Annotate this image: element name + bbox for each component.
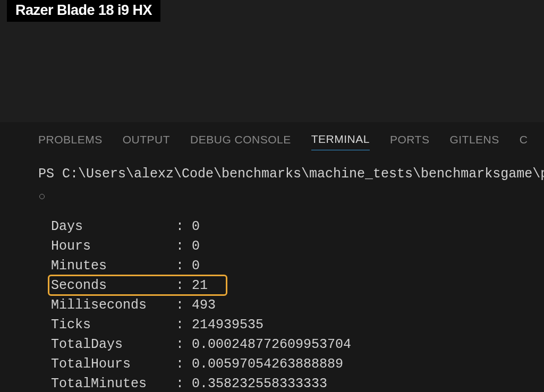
result-value: 0: [192, 256, 200, 276]
result-colon: :: [176, 217, 192, 236]
result-row-hours: Hours : 0: [51, 236, 544, 256]
result-label: Hours: [51, 236, 176, 256]
result-row-totalhours: TotalHours : 0.00597054263888889: [51, 354, 544, 374]
tab-problems[interactable]: PROBLEMS: [38, 133, 103, 150]
result-label: TotalMinutes: [51, 374, 176, 392]
spinner-icon: [38, 186, 544, 205]
result-value: 0: [192, 217, 200, 236]
result-colon: :: [176, 354, 192, 374]
result-colon: :: [176, 276, 192, 295]
tab-output[interactable]: OUTPUT: [123, 133, 170, 150]
result-row-totaldays: TotalDays : 0.000248772609953704: [51, 335, 544, 354]
left-gutter: [0, 122, 27, 392]
result-label: TotalDays: [51, 335, 176, 354]
result-label: Seconds: [51, 276, 176, 295]
result-row-minutes: Minutes : 0: [51, 256, 544, 276]
result-row-milliseconds: Milliseconds : 493: [51, 295, 544, 315]
result-list: Days : 0 Hours : 0 Minutes : 0 Seconds :…: [38, 217, 544, 392]
result-row-totalminutes: TotalMinutes : 0.358232558333333: [51, 374, 544, 392]
result-label: TotalHours: [51, 354, 176, 374]
result-colon: :: [176, 256, 192, 276]
tab-extra[interactable]: C: [520, 133, 528, 150]
result-row-ticks: Ticks : 214939535: [51, 315, 544, 335]
result-value: 0.000248772609953704: [192, 335, 351, 354]
result-row-seconds: Seconds : 21: [51, 276, 544, 295]
result-value: 0.358232558333333: [192, 374, 327, 392]
result-value: 0: [192, 236, 200, 256]
tab-terminal[interactable]: TERMINAL: [311, 133, 370, 150]
result-value: 0.00597054263888889: [192, 354, 343, 374]
result-colon: :: [176, 335, 192, 354]
result-label: Milliseconds: [51, 295, 176, 315]
overlay-title: Razer Blade 18 i9 HX: [7, 0, 160, 22]
result-colon: :: [176, 374, 192, 392]
panel-tabs: PROBLEMS OUTPUT DEBUG CONSOLE TERMINAL P…: [27, 122, 544, 156]
result-label: Ticks: [51, 315, 176, 335]
result-value: 214939535: [192, 315, 264, 335]
result-colon: :: [176, 236, 192, 256]
result-value: 21: [192, 276, 208, 295]
tab-gitlens[interactable]: GITLENS: [449, 133, 499, 150]
bottom-panel: PROBLEMS OUTPUT DEBUG CONSOLE TERMINAL P…: [27, 122, 544, 392]
result-label: Minutes: [51, 256, 176, 276]
result-row-days: Days : 0: [51, 217, 544, 236]
result-colon: :: [176, 295, 192, 315]
terminal-prompt: PS C:\Users\alexz\Code\benchmarks\machin…: [38, 164, 544, 184]
result-colon: :: [176, 315, 192, 335]
tab-ports[interactable]: PORTS: [390, 133, 429, 150]
result-value: 493: [192, 295, 216, 315]
terminal-output[interactable]: PS C:\Users\alexz\Code\benchmarks\machin…: [27, 156, 544, 392]
tab-debug-console[interactable]: DEBUG CONSOLE: [190, 133, 291, 150]
result-label: Days: [51, 217, 176, 236]
